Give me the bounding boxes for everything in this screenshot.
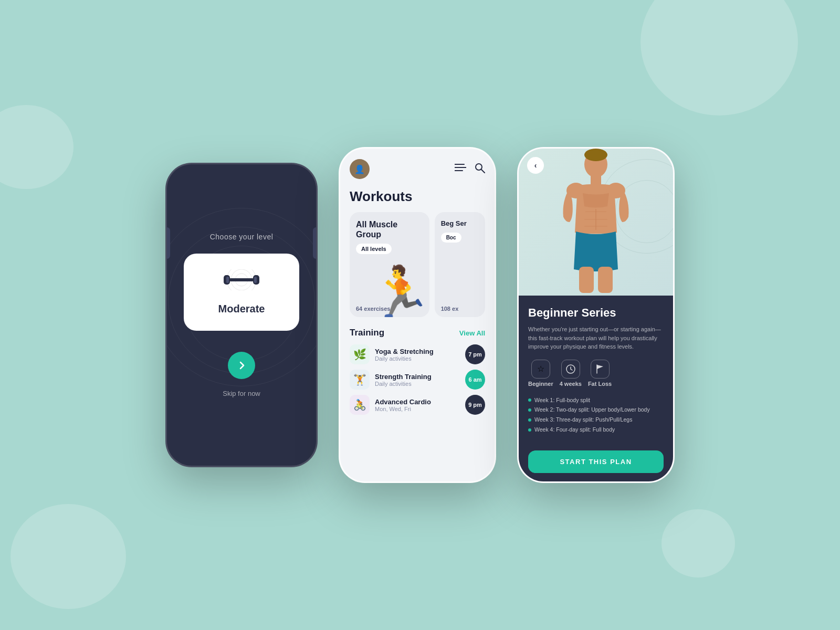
header-icons (455, 163, 485, 175)
cardio-icon: 🚴 (350, 395, 370, 415)
svg-rect-6 (226, 277, 229, 283)
start-plan-button[interactable]: START THIS PLAN (528, 450, 664, 473)
week-2: Week 2: Two-day split: Upper body/Lower … (528, 405, 664, 415)
series-title: Beginner Series (528, 306, 664, 320)
yoga-time: 7 pm (465, 344, 485, 364)
fat-loss-label: Fat Loss (588, 381, 612, 387)
phone-choose-level: Choose your level (165, 163, 318, 467)
cardio-name: Advanced Cardio (375, 398, 465, 406)
strength-time: 6 am (465, 370, 485, 390)
wc-title-1: All Muscle Group (356, 219, 423, 239)
beginner-icon: ☆ (531, 360, 550, 379)
week-3: Week 3: Three-day split: Push/Pull/Legs (528, 415, 664, 425)
svg-rect-23 (598, 267, 613, 293)
svg-line-12 (481, 170, 485, 173)
yoga-name: Yoga & Stretching (375, 348, 465, 355)
flag-icon (591, 360, 610, 379)
svg-rect-15 (591, 175, 601, 185)
dot-3 (528, 418, 531, 422)
menu-icon[interactable] (455, 163, 466, 175)
search-icon[interactable] (475, 163, 485, 175)
side-pill-right (313, 227, 318, 259)
yoga-icon: 🌿 (350, 344, 370, 364)
clock-icon (561, 360, 580, 379)
strength-info: Strength Training Daily activities (375, 373, 465, 387)
bg-blob-2 (10, 504, 126, 609)
next-button[interactable] (228, 352, 255, 379)
svg-point-11 (476, 164, 482, 170)
skip-link[interactable]: Skip for now (223, 390, 260, 397)
training-item-cardio[interactable]: 🚴 Advanced Cardio Mon, Wed, Fri 9 pm (350, 395, 485, 415)
level-name: Moderate (218, 303, 265, 315)
workouts-header: 👤 (350, 159, 485, 179)
strength-sub: Daily activities (375, 381, 465, 387)
cardio-sub: Mon, Wed, Fri (375, 406, 465, 412)
strength-icon: 🏋 (350, 370, 370, 390)
stats-row: ☆ Beginner 4 weeks (528, 360, 664, 387)
dot-2 (528, 408, 531, 412)
workout-cards-row: All Muscle Group All levels 🏃 64 exercis… (350, 212, 485, 317)
svg-rect-7 (254, 277, 257, 283)
week-breakdown: Week 1: Full-body split Week 2: Two-day … (528, 395, 664, 435)
phone-detail: ‹ (517, 147, 675, 483)
dot-1 (528, 398, 531, 402)
training-title: Training (350, 328, 384, 338)
wc-badge-2: Boc (441, 233, 461, 243)
user-avatar[interactable]: 👤 (350, 159, 370, 179)
series-description: Whether you're just starting out—or star… (528, 325, 664, 351)
bg-blob-4 (662, 509, 735, 578)
dumbbell-icon (220, 269, 262, 292)
svg-rect-3 (229, 278, 254, 281)
phone-workouts: 👤 (339, 147, 496, 483)
back-button[interactable]: ‹ (527, 157, 544, 174)
yoga-sub: Daily activities (375, 355, 465, 362)
workouts-title: Workouts (350, 188, 485, 205)
cardio-info: Advanced Cardio Mon, Wed, Fri (375, 398, 465, 412)
bg-blob-1 (640, 0, 798, 116)
weeks-label: 4 weeks (560, 381, 582, 387)
level-card: Moderate (184, 254, 299, 331)
wc-title-2: Beg Ser (441, 219, 479, 228)
svg-rect-22 (579, 267, 594, 293)
stat-beginner: ☆ Beginner (528, 360, 553, 387)
workout-card-beginner[interactable]: Beg Ser Boc 108 ex (435, 212, 485, 317)
choose-level-title: Choose your level (210, 233, 274, 241)
view-all-link[interactable]: View All (459, 329, 485, 337)
detail-content: Beginner Series Whether you're just star… (519, 296, 673, 481)
athlete-figure (543, 149, 648, 296)
wc-exercises-2: 108 ex (441, 306, 459, 312)
avatar-face: 👤 (354, 164, 365, 174)
beginner-label: Beginner (528, 381, 553, 387)
cardio-time: 9 pm (465, 395, 485, 415)
hero-area: ‹ (519, 149, 673, 296)
strength-name: Strength Training (375, 373, 465, 381)
week-1: Week 1: Full-body split (528, 395, 664, 405)
yoga-info: Yoga & Stretching Daily activities (375, 348, 465, 362)
training-item-yoga[interactable]: 🌿 Yoga & Stretching Daily activities 7 p… (350, 344, 485, 364)
phones-container: Choose your level (165, 147, 675, 483)
wc-exercises-1: 64 exercises (356, 306, 390, 312)
side-pill-left (165, 227, 170, 259)
workout-card-all-muscle[interactable]: All Muscle Group All levels 🏃 64 exercis… (350, 212, 429, 317)
stat-fat-loss: Fat Loss (588, 360, 612, 387)
bg-blob-3 (0, 105, 74, 189)
dot-4 (528, 428, 531, 432)
training-header: Training View All (350, 328, 485, 338)
week-4: Week 4: Four-day split: Full body (528, 425, 664, 435)
training-item-strength[interactable]: 🏋 Strength Training Daily activities 6 a… (350, 370, 485, 390)
svg-point-14 (584, 149, 607, 161)
stat-weeks: 4 weeks (560, 360, 582, 387)
wc-badge-1: All levels (356, 244, 392, 254)
